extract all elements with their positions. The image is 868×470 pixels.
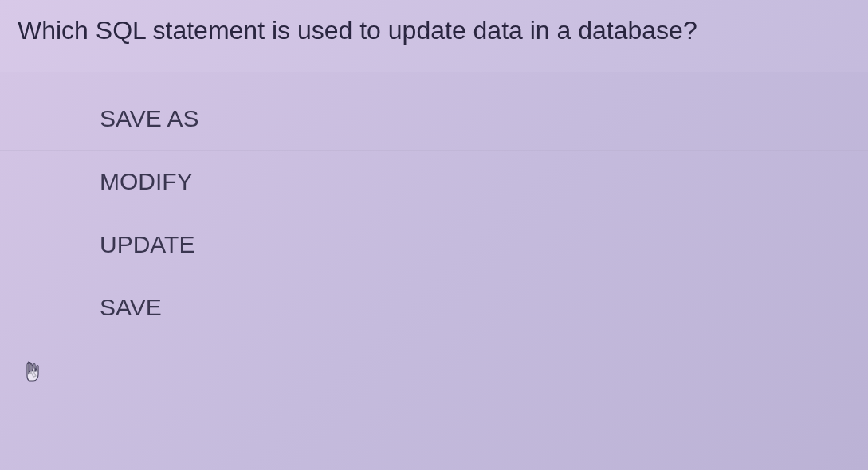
option-update[interactable]: UPDATE [0,213,868,276]
options-container: SAVE AS MODIFY UPDATE SAVE [0,72,868,470]
option-save[interactable]: SAVE [0,276,868,339]
option-label: SAVE AS [100,105,199,131]
option-label: SAVE [100,294,162,320]
question-text: Which SQL statement is used to update da… [0,0,868,72]
quiz-container: Which SQL statement is used to update da… [0,0,868,470]
option-modify[interactable]: MODIFY [0,151,868,213]
option-save-as[interactable]: SAVE AS [0,88,868,151]
option-label: UPDATE [100,231,194,257]
option-label: MODIFY [100,168,193,194]
